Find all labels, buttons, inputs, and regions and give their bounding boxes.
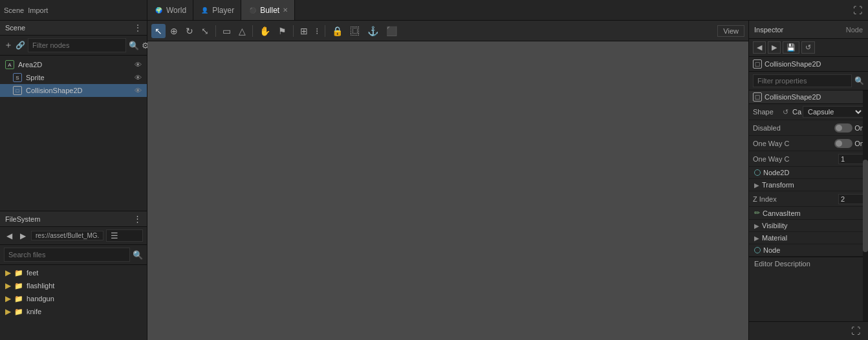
fs-item-flashlight[interactable]: ▶ 📁 flashlight [0,279,147,292]
left-panel: Scene ⋮ ＋ 🔗 🔍 ⚙ A Area2D 👁 S Sprite 👁 [0,21,147,340]
expand-button[interactable]: ⛶ [851,3,864,17]
handgun-folder-icon: ▶ [5,294,11,303]
snap-tool[interactable]: ⚑ [275,24,290,38]
one-way-c2-label: One Way C [753,155,838,163]
node-filter-bar: ＋ 🔗 🔍 ⚙ [0,36,147,56]
fs-back-button[interactable]: ◀ [4,230,15,242]
shape-reset-button[interactable]: ↺ [781,108,790,116]
pan-tool[interactable]: ✋ [256,24,274,38]
rotate-tool[interactable]: ↻ [182,24,197,38]
z-index-input[interactable] [838,194,864,204]
disabled-toggle[interactable] [834,123,852,133]
sprite-icon: S [13,73,22,82]
import-label: Import [28,6,48,14]
inspector-history-fwd[interactable]: ▶ [768,41,781,54]
collision-visibility-icon[interactable]: 👁 [135,87,142,94]
fs-item-knife[interactable]: ▶ 📁 knife [0,305,147,318]
filter-nodes-input[interactable] [28,38,126,52]
search-files-input[interactable] [4,248,130,262]
link-icon[interactable]: 🔗 [16,41,25,50]
bullet-tab-icon: ⚫ [248,6,257,15]
scene-options-icon[interactable]: ⋮ [134,23,142,32]
sprite-visibility-icon[interactable]: 👁 [135,74,142,81]
tab-world[interactable]: 🌍 World [147,0,193,20]
fs-forward-button[interactable]: ▶ [17,230,28,242]
z-index-value [838,194,864,204]
fs-nav-bar: ◀ ▶ res://asset/Bullet_MG. ☰ [0,227,147,245]
tab-bullet[interactable]: ⚫ Bullet ✕ [241,0,295,20]
top-bar-left: Scene Import [0,0,147,20]
node-item-area2d[interactable]: A Area2D 👁 [0,58,147,71]
tab-world-label: World [166,6,186,15]
extra-tool[interactable]: ⬛ [383,24,400,38]
fs-tree: ▶ 📁 feet ▶ 📁 flashlight ▶ 📁 handgun ▶ 📁 [0,265,147,340]
fs-item-handgun[interactable]: ▶ 📁 handgun [0,292,147,305]
inspector-expand-button[interactable]: ⛶ [849,324,863,337]
editor-desc-label: Editor Description [754,260,810,268]
fs-search-bar: 🔍 [0,245,147,265]
node-section[interactable]: Node [749,244,868,257]
anchor-tool[interactable]: ⚓ [364,24,382,38]
collision-class-header: □ CollisionShape2D [749,90,868,104]
canvas-item-section[interactable]: ✏ CanvasItem [749,207,868,220]
collision-icon: □ [13,86,22,95]
sprite-label: Sprite [26,74,45,81]
disabled-value: On [834,123,864,133]
tab-player[interactable]: 👤 Player [193,0,241,20]
editor-description: Editor Description [749,257,868,270]
node2d-section[interactable]: Node2D [749,167,868,179]
disabled-label: Disabled [753,124,834,132]
search-nodes-icon[interactable]: 🔍 [129,41,139,50]
knife-folder-icon2: 📁 [14,308,23,316]
one-way-c1-label: One Way C [753,140,834,147]
area2d-visibility-icon[interactable]: 👁 [135,61,142,69]
collision-class-icon: □ [753,92,762,101]
inspector-history-back[interactable]: ◀ [753,41,766,54]
polygon-tool[interactable]: △ [235,24,249,38]
add-node-icon[interactable]: ＋ [4,39,13,51]
transform-section[interactable]: ▶ Transform [749,179,868,191]
area2d-label: Area2D [18,61,42,69]
flashlight-folder-icon: ▶ [5,281,11,290]
node2d-icon [754,169,761,176]
one-way-c1-toggle[interactable] [834,139,852,148]
material-section[interactable]: ▶ Material [749,232,868,244]
group-tool[interactable]: ⿴ [347,24,363,38]
node-item-sprite[interactable]: S Sprite 👁 [0,71,147,84]
rect-tool[interactable]: ▭ [219,24,234,38]
visibility-label: Visibility [762,222,788,229]
area2d-icon: A [5,60,14,69]
inspector-reload[interactable]: ↺ [801,41,815,54]
fs-item-knife-label: knife [27,308,41,315]
fs-options-icon[interactable]: ⋮ [133,214,142,224]
dots-tool[interactable]: ⁝ [312,24,321,38]
scale-tool[interactable]: ⤡ [198,24,212,38]
fs-item-flashlight-label: flashlight [27,282,54,290]
viewport-toolbar: ↖ ⊕ ↻ ⤡ ▭ △ ✋ ⚑ ⊞ ⁝ 🔒 ⿴ ⚓ ⬛ View [147,21,748,41]
move-tool[interactable]: ⊕ [167,24,181,38]
visibility-section[interactable]: ▶ Visibility [749,220,868,232]
lock-tool[interactable]: 🔒 [329,24,346,38]
inspector-scrollbar[interactable] [863,90,868,321]
search-props-icon[interactable]: 🔍 [854,76,864,85]
collision-class-label: CollisionShape2D [765,93,821,101]
shape-dropdown[interactable]: Capsule Circle Rectangle [803,106,864,118]
z-index-label: Z Index [753,195,838,203]
tab-close-icon[interactable]: ✕ [283,6,288,14]
transform-label: Transform [762,181,794,189]
fs-list-icon[interactable]: ☰ [106,229,143,242]
scrollbar-thumb[interactable] [863,160,868,252]
fs-item-feet[interactable]: ▶ 📁 feet [0,266,147,279]
view-button[interactable]: View [717,25,744,37]
disabled-property-row: Disabled On [749,120,868,136]
grid-tool[interactable]: ⊞ [297,24,311,38]
inspector-save[interactable]: 💾 [783,41,799,54]
node-icon [754,247,761,253]
tab-bar: 🌍 World 👤 Player ⚫ Bullet ✕ [147,0,847,20]
one-way-c2-input[interactable] [838,154,864,164]
filter-properties-input[interactable] [753,74,852,87]
search-files-icon[interactable]: 🔍 [133,250,143,260]
select-tool[interactable]: ↖ [151,24,166,38]
sep1 [215,25,216,37]
node-item-collisionshape2d[interactable]: □ CollisionShape2D 👁 [0,84,147,97]
